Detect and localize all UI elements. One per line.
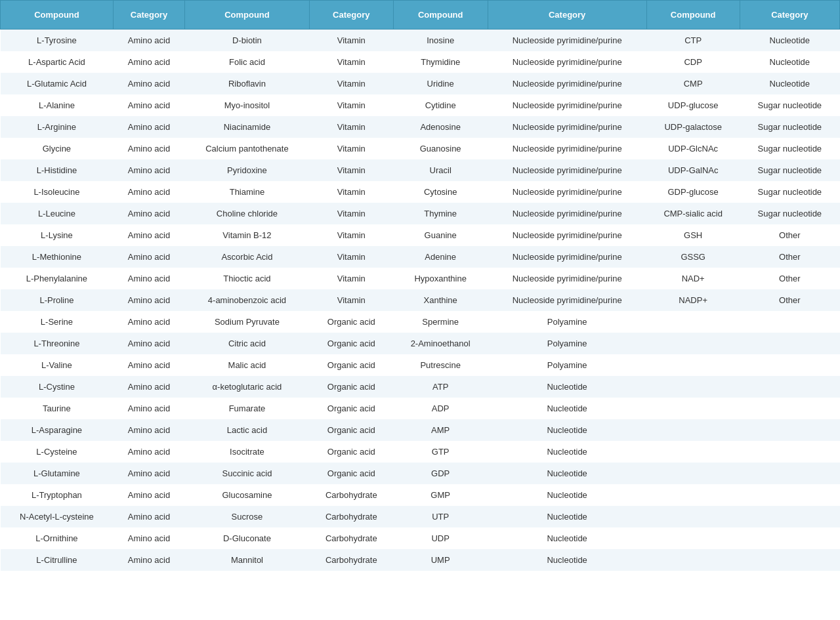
table-cell: L-Leucine: [1, 203, 114, 224]
table-cell: Nucleoside pyrimidine/purine: [488, 289, 646, 311]
table-cell: Other: [740, 268, 839, 289]
table-cell: Organic acid: [309, 333, 393, 354]
table-row: L-CystineAmino acidα-ketoglutaric acidOr…: [1, 376, 840, 398]
table-row: N-Acetyl-L-cysteineAmino acidSucroseCarb…: [1, 506, 840, 527]
table-body: L-TyrosineAmino acidD-biotinVitaminInosi…: [1, 30, 840, 571]
table-cell: Nucleotide: [488, 419, 646, 441]
table-cell: Amino acid: [113, 441, 184, 463]
table-row: L-Glutamic AcidAmino acidRiboflavinVitam…: [1, 73, 840, 94]
table-cell: L-Glutamic Acid: [1, 73, 114, 94]
table-cell: Vitamin: [309, 138, 393, 159]
compound-table: CompoundCategoryCompoundCategoryCompound…: [0, 0, 840, 571]
table-cell: [740, 506, 839, 527]
table-cell: UDP-glucose: [646, 94, 740, 116]
table-cell: Inosine: [393, 30, 488, 52]
table-cell: Amino acid: [113, 224, 184, 246]
table-cell: [740, 549, 839, 571]
table-cell: GTP: [393, 441, 488, 463]
table-cell: Nucleotide: [488, 506, 646, 527]
table-cell: Lactic acid: [185, 419, 310, 441]
table-cell: L-Asparagine: [1, 419, 114, 441]
table-cell: Other: [740, 289, 839, 311]
table-header-row: CompoundCategoryCompoundCategoryCompound…: [1, 1, 840, 30]
table-cell: Spermine: [393, 311, 488, 333]
table-cell: NADP+: [646, 289, 740, 311]
table-cell: [740, 354, 839, 376]
table-cell: UMP: [393, 549, 488, 571]
table-cell: [740, 484, 839, 506]
table-cell: [646, 398, 740, 419]
table-cell: Vitamin: [309, 246, 393, 268]
table-cell: Riboflavin: [185, 73, 310, 94]
column-header-3: Category: [309, 1, 393, 30]
table-cell: D-biotin: [185, 30, 310, 52]
column-header-2: Compound: [185, 1, 310, 30]
table-cell: GSH: [646, 224, 740, 246]
table-cell: Amino acid: [113, 94, 184, 116]
table-cell: Amino acid: [113, 333, 184, 354]
table-cell: Guanine: [393, 224, 488, 246]
table-cell: L-Methionine: [1, 246, 114, 268]
table-cell: Amino acid: [113, 419, 184, 441]
table-cell: Polyamine: [488, 333, 646, 354]
table-cell: [740, 441, 839, 463]
table-cell: Sugar nucleotide: [740, 203, 839, 224]
table-cell: Citric acid: [185, 333, 310, 354]
table-cell: Nucleoside pyrimidine/purine: [488, 203, 646, 224]
table-cell: ADP: [393, 398, 488, 419]
table-cell: GSSG: [646, 246, 740, 268]
table-cell: [646, 506, 740, 527]
column-header-0: Compound: [1, 1, 114, 30]
table-cell: Adenosine: [393, 116, 488, 138]
table-cell: Taurine: [1, 398, 114, 419]
table-cell: Amino acid: [113, 463, 184, 484]
table-cell: Cytidine: [393, 94, 488, 116]
table-cell: [646, 527, 740, 549]
table-cell: Amino acid: [113, 73, 184, 94]
table-cell: Sodium Pyruvate: [185, 311, 310, 333]
table-cell: Uracil: [393, 159, 488, 181]
table-row: L-HistidineAmino acidPyridoxineVitaminUr…: [1, 159, 840, 181]
table-cell: L-Cystine: [1, 376, 114, 398]
table-cell: Vitamin: [309, 94, 393, 116]
table-cell: [646, 484, 740, 506]
table-cell: Organic acid: [309, 463, 393, 484]
table-cell: [646, 463, 740, 484]
table-cell: Organic acid: [309, 419, 393, 441]
table-cell: L-Alanine: [1, 94, 114, 116]
table-cell: L-Lysine: [1, 224, 114, 246]
table-cell: Amino acid: [113, 289, 184, 311]
table-row: L-SerineAmino acidSodium PyruvateOrganic…: [1, 311, 840, 333]
table-row: L-LysineAmino acidVitamin B-12VitaminGua…: [1, 224, 840, 246]
table-cell: Malic acid: [185, 354, 310, 376]
table-cell: Guanosine: [393, 138, 488, 159]
table-cell: L-Tyrosine: [1, 30, 114, 52]
table-cell: Amino acid: [113, 30, 184, 52]
table-cell: Amino acid: [113, 354, 184, 376]
table-row: L-LeucineAmino acidCholine chlorideVitam…: [1, 203, 840, 224]
table-cell: Amino acid: [113, 138, 184, 159]
table-row: L-OrnithineAmino acidD-GluconateCarbohyd…: [1, 527, 840, 549]
table-cell: Nucleoside pyrimidine/purine: [488, 94, 646, 116]
table-cell: Organic acid: [309, 441, 393, 463]
table-cell: L-Cysteine: [1, 441, 114, 463]
table-cell: Carbohydrate: [309, 527, 393, 549]
table-cell: UDP-GalNAc: [646, 159, 740, 181]
table-cell: Cytosine: [393, 181, 488, 203]
table-cell: Ascorbic Acid: [185, 246, 310, 268]
table-cell: GMP: [393, 484, 488, 506]
table-cell: Nucleoside pyrimidine/purine: [488, 30, 646, 52]
table-cell: Amino acid: [113, 398, 184, 419]
table-cell: Vitamin: [309, 203, 393, 224]
table-cell: Nucleoside pyrimidine/purine: [488, 73, 646, 94]
table-cell: Mannitol: [185, 549, 310, 571]
table-cell: L-Serine: [1, 311, 114, 333]
table-cell: [740, 311, 839, 333]
table-cell: L-Histidine: [1, 159, 114, 181]
table-cell: CMP-sialic acid: [646, 203, 740, 224]
table-cell: GDP: [393, 463, 488, 484]
table-row: GlycineAmino acidCalcium pantothenateVit…: [1, 138, 840, 159]
table-cell: Vitamin: [309, 181, 393, 203]
table-row: L-IsoleucineAmino acidThiamineVitaminCyt…: [1, 181, 840, 203]
table-row: L-TyrosineAmino acidD-biotinVitaminInosi…: [1, 30, 840, 52]
